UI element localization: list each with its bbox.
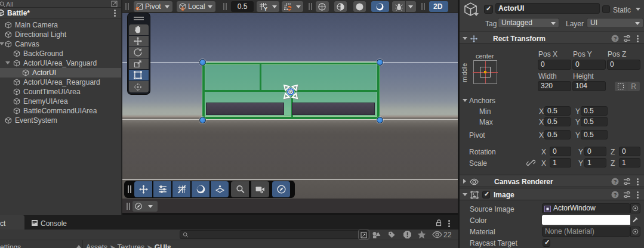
svg-text:?: ? — [614, 192, 617, 198]
svg-text:?: ? — [614, 36, 617, 42]
svg-text:Y: Y — [264, 6, 267, 11]
svg-text:?: ? — [614, 179, 617, 185]
